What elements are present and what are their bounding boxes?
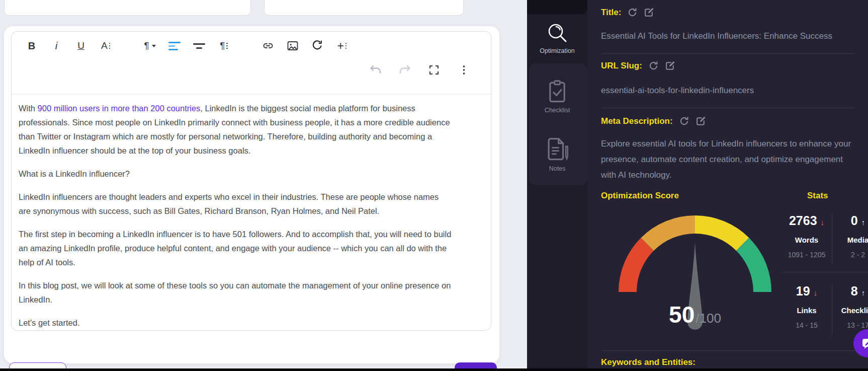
undo-button[interactable]: [368, 63, 383, 77]
title-regenerate-button[interactable]: [627, 7, 638, 18]
rotate-icon: [311, 40, 323, 52]
slug-value: essential-ai-tools-for-linkedin-influenc…: [601, 83, 862, 98]
title-label: Title:: [601, 8, 621, 18]
toolbar-divider: [12, 94, 491, 95]
stats-source-link[interactable]: 900 million users in more than 200 count…: [38, 104, 201, 113]
italic-button[interactable]: i: [49, 39, 64, 53]
link-button[interactable]: [261, 39, 276, 53]
categories-placeholder: Select Categories: [12, 0, 75, 1]
chat-pencil-icon: [861, 337, 868, 350]
app-window: Select Categories Ready For Optimization…: [0, 0, 868, 371]
tab-optimization-label: Optimization: [540, 47, 574, 54]
right-nav-strip: Optimization Checklist Notes: [527, 0, 587, 371]
paragraph-first-step: The first step in becoming a LinkedIn in…: [19, 227, 452, 269]
document-pen-icon: [545, 137, 569, 162]
trend-down-icon: ↓: [814, 288, 818, 297]
score-value: 50: [669, 301, 695, 328]
bottom-bar: [0, 368, 868, 371]
stats-divider: [832, 284, 832, 335]
meta-regenerate-button[interactable]: [679, 116, 689, 126]
gauge-segment-green: [736, 238, 771, 292]
insert-plus-button[interactable]: +: [334, 39, 350, 53]
keywords-heading: Keywords and Entities:: [601, 357, 696, 367]
paragraph-influencers: LinkedIn influencers are thought leaders…: [19, 190, 452, 218]
more-options-button[interactable]: [456, 63, 471, 77]
title-edit-button[interactable]: [644, 7, 654, 18]
gauge-segment-red: [619, 238, 654, 292]
fullscreen-icon: [428, 64, 440, 76]
divider: [601, 108, 855, 108]
refresh-icon: [648, 60, 659, 71]
dots-icon: [345, 43, 347, 49]
slug-edit-button[interactable]: [665, 60, 675, 71]
align-left-button[interactable]: [167, 39, 182, 53]
redo-button[interactable]: [397, 63, 412, 77]
score-heading: Optimization Score: [601, 191, 679, 201]
underline-button[interactable]: U: [73, 39, 89, 53]
divider: [601, 350, 868, 351]
gauge-segment-yellow: [695, 215, 749, 251]
align-center-icon: [193, 43, 205, 49]
tab-checklist[interactable]: Checklist: [527, 80, 587, 114]
kebab-menu-icon: [463, 65, 465, 75]
meta-label: Meta Description:: [601, 116, 673, 126]
align-center-button[interactable]: [192, 39, 207, 53]
refresh-icon: [679, 116, 689, 126]
chevron-down-icon: [445, 0, 455, 1]
meta-edit-button[interactable]: [696, 116, 706, 126]
categories-select[interactable]: Select Categories: [4, 0, 251, 16]
rich-text-editor[interactable]: B i U A ¶: [11, 31, 491, 331]
stats-divider: [783, 272, 868, 272]
tab-checklist-label: Checklist: [545, 107, 570, 114]
clipboard-check-icon: [546, 80, 568, 104]
status-select[interactable]: Ready For Optimization: [264, 0, 464, 16]
paragraph-intro: With 900 million users in more than 200 …: [19, 101, 452, 158]
rotate-button[interactable]: [310, 39, 325, 53]
edit-icon: [644, 7, 654, 18]
slug-label: URL Slug:: [601, 61, 642, 71]
undo-icon: [369, 64, 382, 76]
tab-notes[interactable]: Notes: [527, 137, 587, 172]
status-selected-value: Ready For Optimization: [274, 0, 358, 1]
tab-notes-label: Notes: [549, 165, 566, 172]
magnifier-icon: [546, 21, 569, 44]
stat-links: 19 ↓ Links 14 - 15: [783, 283, 831, 329]
dots-icon: [109, 43, 111, 49]
document-body[interactable]: With 900 million users in more than 200 …: [19, 101, 452, 331]
gauge-segment-orange: [641, 215, 696, 251]
fullscreen-button[interactable]: [426, 63, 442, 77]
score-value-wrap: 50 /100: [645, 301, 745, 328]
paragraph-question: What is a LinkedIn influencer?: [19, 167, 452, 181]
tab-optimization[interactable]: Optimization: [527, 21, 587, 54]
trend-up-icon: ↑: [861, 288, 865, 297]
image-icon: [287, 40, 299, 51]
bold-button[interactable]: B: [24, 39, 39, 53]
stat-checklist: 8 ↑ Checklist 13 - 17: [834, 283, 868, 329]
editor-card: B i U A ¶: [4, 26, 499, 363]
editor-toolbar-secondary: [368, 63, 471, 77]
stats-divider: [832, 214, 832, 264]
meta-value: Explore essential AI tools for LinkedIn …: [601, 136, 855, 183]
refresh-icon: [627, 7, 638, 18]
image-button[interactable]: [285, 39, 300, 53]
font-options-button[interactable]: A: [98, 39, 113, 53]
link-icon: [262, 40, 274, 51]
trend-up-icon: ↑: [861, 218, 865, 227]
dots-icon: [226, 43, 228, 49]
redo-icon: [398, 64, 411, 76]
slug-row: URL Slug:: [601, 60, 675, 71]
stat-media: 0 ↑ Media 2 - 2: [834, 213, 868, 259]
title-row: Title:: [601, 7, 654, 18]
divider: [601, 53, 855, 54]
trend-down-icon: ↓: [821, 218, 825, 227]
paragraph-options-button[interactable]: ¶: [216, 39, 231, 53]
edit-icon: [665, 60, 675, 71]
score-max: /100: [696, 311, 721, 326]
slug-regenerate-button[interactable]: [648, 60, 659, 71]
paragraph-blog-post: In this blog post, we will look at some …: [19, 278, 452, 307]
triangle-down-icon: [152, 45, 156, 47]
edit-icon: [696, 116, 706, 126]
meta-row: Meta Description:: [601, 116, 706, 126]
paragraph-dropdown-button[interactable]: ¶: [142, 39, 157, 53]
paragraph-get-started: Let's get started.: [19, 316, 452, 330]
